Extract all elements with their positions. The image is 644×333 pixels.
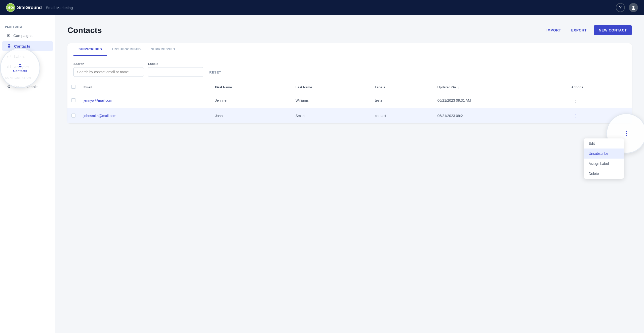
context-menu-item-unsubscribe[interactable]: Unsubscribe	[584, 149, 624, 159]
tab-suppressed[interactable]: SUPPRESSED	[146, 43, 180, 56]
row2-email-cell: johnsmith@mail.com	[79, 108, 211, 124]
reset-button[interactable]: RESET	[207, 68, 223, 77]
sidebar-item-sender-details[interactable]: ⚙ Sender Details	[2, 82, 53, 92]
labels-input[interactable]	[148, 67, 203, 77]
top-nav: SG SiteGround Email Marketing ?	[0, 0, 644, 15]
sidebar: PLATFORM ✉ Campaigns Contacts 🏷 Labels	[0, 15, 55, 333]
th-labels: Labels	[371, 82, 433, 93]
logo-text: SiteGround	[17, 5, 42, 10]
svg-point-4	[8, 44, 10, 46]
context-menu: Edit Unsubscribe Assign Label Delete	[584, 138, 624, 179]
page-header: Contacts IMPORT EXPORT NEW CONTACT	[67, 25, 632, 35]
user-icon	[631, 5, 636, 10]
sidebar-item-campaigns[interactable]: ✉ Campaigns	[2, 31, 53, 41]
contacts-table: Email First Name Last Name Labels	[67, 82, 632, 123]
row2-checkbox[interactable]	[71, 114, 75, 118]
svg-point-3	[632, 8, 635, 10]
context-menu-item-assign-label[interactable]: Assign Label	[584, 159, 624, 169]
row1-email-cell: jennyw@mail.com	[79, 93, 211, 108]
analytics-icon	[7, 64, 11, 69]
svg-point-2	[632, 6, 634, 8]
contacts-icon	[7, 44, 11, 49]
table-body: jennyw@mail.com Jennifer Williams tester…	[67, 93, 632, 124]
sidebar-item-analytics[interactable]: Analytics	[2, 62, 53, 72]
logo: SG SiteGround	[6, 3, 42, 12]
row1-email-link[interactable]: jennyw@mail.com	[84, 98, 112, 102]
table-row: jennyw@mail.com Jennifer Williams tester…	[67, 93, 632, 108]
platform-label: PLATFORM	[0, 21, 55, 30]
row1-actions-button[interactable]: ⋮	[571, 97, 580, 104]
analytics-svg-icon	[7, 64, 11, 68]
layout: PLATFORM ✉ Campaigns Contacts 🏷 Labels	[0, 15, 644, 333]
main-content: Contacts IMPORT EXPORT NEW CONTACT SUBSC…	[55, 15, 644, 333]
row1-labels-cell: tester	[371, 93, 433, 108]
sidebar-item-sender-details-label: Sender Details	[14, 85, 38, 89]
context-menu-item-delete[interactable]: Delete	[584, 169, 624, 179]
sidebar-item-labels-label: Labels	[14, 54, 25, 59]
th-updated-on[interactable]: Updated On ↓	[433, 82, 567, 93]
row2-updated-on-cell: 06/21/2023 09:2	[433, 108, 567, 124]
nav-right: ?	[616, 3, 638, 12]
page-title: Contacts	[67, 26, 102, 35]
sidebar-item-contacts-label: Contacts	[14, 44, 30, 48]
gear-icon: ⚙	[7, 84, 11, 89]
labels-label: Labels	[148, 62, 203, 66]
sidebar-item-labels[interactable]: 🏷 Labels	[2, 52, 53, 61]
contacts-card: SUBSCRIBED UNSUBSCRIBED SUPPRESSED Searc…	[67, 43, 632, 123]
row2-email-link[interactable]: johnsmith@mail.com	[84, 114, 116, 118]
export-button[interactable]: EXPORT	[568, 26, 590, 34]
th-first-name: First Name	[211, 82, 292, 93]
row2-actions-button[interactable]: ⋮	[571, 112, 580, 119]
th-checkbox	[67, 82, 79, 93]
row1-actions-cell: ⋮	[567, 93, 632, 108]
row2-checkbox-cell	[67, 108, 79, 124]
search-filter-group: Search	[73, 62, 144, 77]
contacts-table-container: Email First Name Last Name Labels	[67, 82, 632, 123]
filters: Search Labels RESET	[67, 56, 632, 82]
tab-unsubscribed[interactable]: UNSUBSCRIBED	[107, 43, 146, 56]
help-button[interactable]: ?	[616, 3, 625, 12]
import-button[interactable]: IMPORT	[543, 26, 564, 34]
svg-rect-8	[10, 65, 11, 68]
row2-actions-cell: ⋮	[567, 108, 632, 124]
search-input[interactable]	[73, 67, 144, 77]
contacts-svg-icon	[7, 44, 11, 48]
row1-last-name-cell: Williams	[292, 93, 371, 108]
svg-rect-6	[7, 66, 8, 68]
row1-first-name-cell: Jennifer	[211, 93, 292, 108]
row2-last-name-cell: Smith	[292, 108, 371, 124]
logo-icon: SG	[6, 3, 15, 12]
svg-rect-7	[9, 65, 9, 68]
row1-updated-on-cell: 06/21/2023 09:31 AM	[433, 93, 567, 108]
row2-labels-cell: contact	[371, 108, 433, 124]
tabs: SUBSCRIBED UNSUBSCRIBED SUPPRESSED	[67, 43, 632, 56]
svg-point-5	[8, 46, 11, 48]
row1-checkbox-cell	[67, 93, 79, 108]
labels-filter-group: Labels	[148, 62, 203, 77]
svg-text:SG: SG	[7, 5, 14, 10]
table-row: johnsmith@mail.com John Smith contact 06…	[67, 108, 632, 124]
th-last-name: Last Name	[292, 82, 371, 93]
select-all-checkbox[interactable]	[71, 85, 75, 89]
labels-icon: 🏷	[7, 54, 11, 59]
sidebar-item-analytics-label: Analytics	[14, 65, 29, 69]
th-email: Email	[79, 82, 211, 93]
th-actions: Actions	[567, 82, 632, 93]
nav-left: SG SiteGround Email Marketing	[6, 3, 73, 12]
row2-first-name-cell: John	[211, 108, 292, 124]
context-menu-item-edit[interactable]: Edit	[584, 138, 624, 149]
tab-subscribed[interactable]: SUBSCRIBED	[73, 43, 107, 56]
user-avatar-button[interactable]	[629, 3, 638, 12]
row1-checkbox[interactable]	[71, 98, 75, 102]
new-contact-button[interactable]: NEW CONTACT	[594, 25, 632, 35]
sidebar-item-contacts[interactable]: Contacts	[2, 41, 53, 51]
table-header-row: Email First Name Last Name Labels	[67, 82, 632, 93]
campaigns-icon: ✉	[7, 33, 10, 38]
sort-arrow-icon: ↓	[458, 85, 460, 89]
search-label: Search	[73, 62, 144, 66]
app-name: Email Marketing	[46, 6, 73, 10]
sidebar-item-campaigns-label: Campaigns	[13, 33, 32, 38]
configuration-label: CONFIGURATION	[0, 72, 55, 81]
header-actions: IMPORT EXPORT NEW CONTACT	[543, 25, 632, 35]
